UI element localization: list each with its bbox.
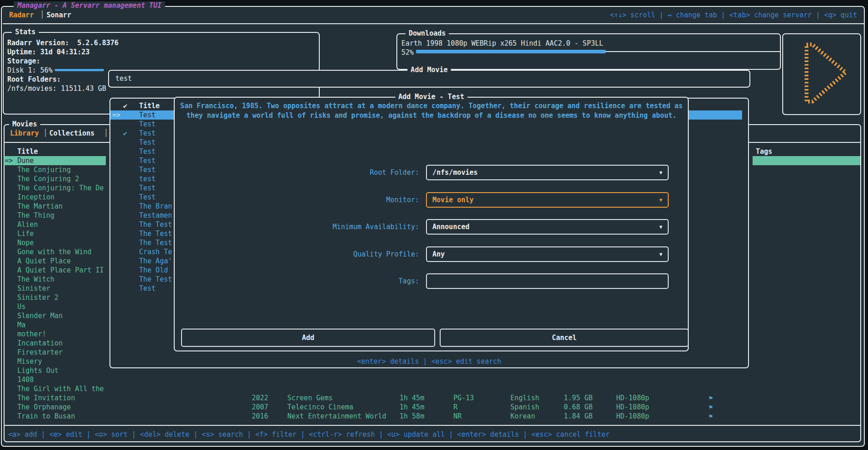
field-label: Minimum Availability:: [175, 222, 419, 231]
stats-rootfolders-label: Root Folders:: [7, 75, 61, 84]
collections-tab[interactable]: Collections: [49, 129, 94, 137]
movie-cell-language: Korean: [510, 412, 535, 421]
result-row[interactable]: Test: [139, 156, 156, 165]
movie-row[interactable]: Sinister 2: [17, 293, 58, 302]
movie-cell-studio: Next Entertainment World: [287, 412, 386, 421]
movie-row[interactable]: The Witch: [17, 275, 54, 284]
movie-row[interactable]: Misery: [17, 357, 42, 366]
movie-row[interactable]: Lights Out: [17, 366, 58, 375]
movie-row[interactable]: The Thing: [17, 211, 54, 220]
result-row[interactable]: The Test: [139, 238, 172, 247]
field-select[interactable]: Announced▼: [426, 219, 669, 235]
download-percent: 52%: [401, 48, 414, 57]
library-footer-separator: [5, 425, 860, 426]
result-row[interactable]: Test: [139, 120, 156, 129]
movie-row[interactable]: Inception: [17, 193, 54, 202]
movie-row[interactable]: A Quiet Place Part II: [17, 266, 104, 275]
movie-row[interactable]: The Orphanage: [17, 403, 71, 412]
monitored-flag-icon: ⚑: [709, 412, 712, 421]
result-row[interactable]: Test: [139, 193, 156, 202]
movie-cell-year: 2016: [252, 412, 268, 421]
field-label: Quality Profile:: [175, 250, 419, 259]
movie-row[interactable]: Sinister: [17, 284, 50, 293]
result-row[interactable]: Test: [139, 110, 156, 120]
stats-panel-title: Stats: [12, 28, 39, 36]
movie-cell-studio: Telecinco Cinema: [287, 403, 353, 412]
movie-row[interactable]: mother!: [17, 330, 46, 339]
field-select[interactable]: Any▼: [426, 246, 669, 262]
movie-cell-runtime: 1h 45m: [400, 393, 424, 403]
result-row[interactable]: The Bran: [139, 202, 172, 211]
stats-version: Radarr Version: 5.2.6.8376: [7, 38, 119, 47]
movie-cell-studio: Screen Gems: [287, 393, 333, 403]
movie-row[interactable]: Life: [17, 229, 34, 238]
result-row[interactable]: The Old: [139, 266, 168, 275]
selection-arrow: =>: [5, 156, 13, 165]
result-row[interactable]: Crash Te: [139, 247, 172, 256]
result-row[interactable]: Test: [139, 129, 156, 138]
result-row[interactable]: The Test: [139, 229, 172, 238]
add-movie-form: Add Movie - Test San Francisco, 1985. Tw…: [174, 97, 689, 351]
add-movie-form-title: Add Movie - Test: [395, 93, 468, 101]
add-button[interactable]: Add: [181, 329, 435, 347]
field-select[interactable]: /nfs/movies▼: [426, 165, 669, 180]
app-title: Managarr - A Servarr management TUI: [14, 1, 165, 10]
movie-cell-quality: HD-1080p: [616, 403, 649, 412]
movie-row[interactable]: The Martian: [17, 202, 62, 211]
movie-row[interactable]: Incantation: [17, 339, 62, 348]
library-tab[interactable]: Library: [10, 129, 39, 137]
result-row[interactable]: Testamen: [139, 211, 172, 220]
results-title-header: Title: [139, 101, 160, 110]
movie-row[interactable]: Alien: [17, 220, 38, 229]
search-input[interactable]: test: [115, 74, 132, 83]
movie-row[interactable]: The Invitation: [17, 393, 75, 403]
movie-row[interactable]: The Conjuring: The De: [17, 183, 104, 193]
movie-row[interactable]: 1408: [17, 375, 34, 384]
movie-row[interactable]: Train to Busan: [17, 412, 75, 421]
chevron-down-icon: ▼: [659, 220, 662, 234]
movie-overview-line1: San Francisco, 1985. Two opposites attra…: [178, 102, 685, 110]
result-row[interactable]: Test: [139, 138, 156, 147]
movie-row[interactable]: The Girl with All the: [17, 384, 104, 393]
result-row[interactable]: The Aga': [139, 256, 172, 266]
tab-radarr[interactable]: Radarr: [9, 11, 34, 19]
field-select[interactable]: Movie only▼: [426, 192, 669, 208]
result-row[interactable]: Test: [139, 165, 156, 174]
movie-row[interactable]: Us: [17, 302, 26, 311]
result-row[interactable]: Test: [139, 183, 156, 193]
movie-row[interactable]: Gone with the Wind: [17, 247, 92, 256]
result-row[interactable]: The Test: [139, 275, 172, 284]
stats-disk-label: Disk 1: 56%: [7, 66, 52, 75]
movie-cell-runtime: 1h 58m: [400, 412, 424, 421]
movie-cell-runtime: 1h 45m: [400, 403, 424, 412]
movie-cell-year: 2022: [252, 393, 268, 403]
tags-input[interactable]: [426, 273, 669, 289]
movie-row[interactable]: Slender Man: [17, 311, 62, 320]
movies-panel-title: Movies: [9, 120, 40, 128]
movie-row[interactable]: Firestarter: [17, 348, 62, 357]
managarr-play-logo-icon: [792, 39, 852, 107]
movie-row[interactable]: The Conjuring 2: [17, 174, 79, 183]
selection-arrow: =>: [112, 110, 120, 120]
download-progress-bar: [416, 50, 606, 53]
library-title-header: Title: [17, 147, 38, 156]
tab-sonarr[interactable]: Sonarr: [47, 11, 71, 19]
result-row[interactable]: Test: [139, 284, 156, 293]
disk-usage-bar: [55, 69, 104, 71]
library-tab-divider: │: [43, 129, 47, 137]
top-keybind-hints: <↑↓> scroll | ↔ change tab | <tab> chang…: [610, 11, 857, 19]
result-row[interactable]: test: [139, 174, 156, 183]
stats-uptime: Uptime: 31d 04:31:23: [7, 47, 90, 57]
movie-row[interactable]: Dune: [17, 156, 34, 165]
movie-row[interactable]: The Conjuring: [17, 165, 71, 174]
movie-row[interactable]: Ma: [17, 320, 26, 330]
result-row[interactable]: Test: [139, 147, 156, 156]
stats-rootfolder-line: /nfs/movies: 11511.43 GB: [7, 84, 106, 93]
cancel-button[interactable]: Cancel: [440, 329, 689, 347]
movie-row-highlight-right: [753, 156, 860, 165]
logo-panel: [782, 33, 861, 115]
movie-row[interactable]: Nope: [17, 238, 34, 247]
results-hint: <enter> details | <esc> edit search: [109, 357, 749, 366]
result-row[interactable]: The Test: [139, 220, 172, 229]
movie-row[interactable]: A Quiet Place: [17, 256, 71, 266]
